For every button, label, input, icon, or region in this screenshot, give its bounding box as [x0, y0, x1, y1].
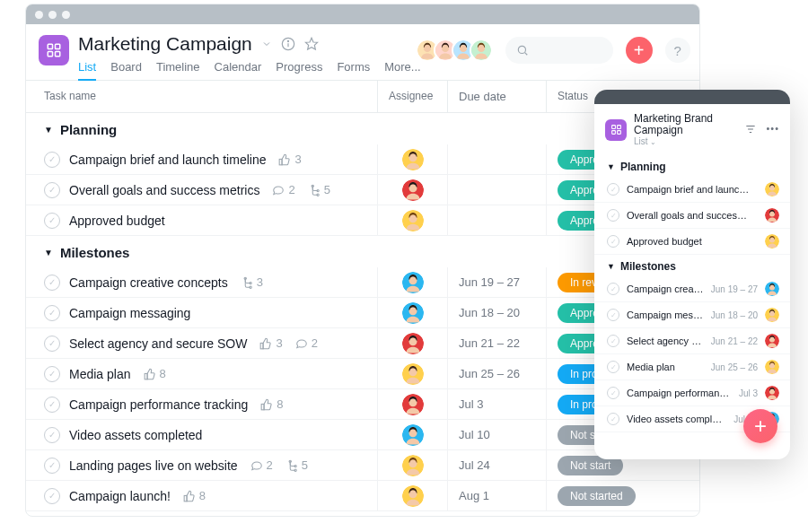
assignee-avatar[interactable] — [402, 424, 424, 446]
window-dot-close[interactable] — [35, 11, 43, 19]
complete-check-icon[interactable] — [44, 275, 60, 291]
complete-check-icon[interactable] — [44, 305, 60, 321]
mobile-task-row[interactable]: Campaign brief and launch timeline — [594, 177, 790, 203]
col-due-date[interactable]: Due date — [448, 81, 547, 112]
chevron-down-icon[interactable] — [261, 39, 272, 49]
tab-calendar[interactable]: Calendar — [215, 60, 262, 80]
due-date[interactable]: Jun 25 – 26 — [448, 359, 547, 388]
search-input[interactable] — [505, 37, 613, 64]
task-row[interactable]: Campaign launch! 8 Aug 1 Not started — [26, 481, 699, 511]
star-icon[interactable] — [304, 37, 319, 51]
like-count[interactable]: 8 — [260, 397, 283, 411]
info-icon[interactable] — [281, 37, 295, 51]
tab-forms[interactable]: Forms — [337, 60, 370, 80]
tab-timeline[interactable]: Timeline — [156, 60, 200, 80]
complete-check-icon[interactable] — [607, 309, 619, 321]
assignee-avatar[interactable] — [402, 149, 424, 170]
mobile-task-row[interactable]: Campaign performance tracking Jul 3 — [594, 380, 790, 406]
complete-check-icon[interactable] — [44, 397, 60, 413]
subtask-count[interactable]: 5 — [285, 458, 308, 472]
window-dot-max[interactable] — [62, 11, 70, 19]
subtask-count[interactable]: 3 — [241, 275, 263, 289]
tab-list[interactable]: List — [78, 60, 96, 81]
complete-check-icon[interactable] — [607, 413, 619, 425]
like-count[interactable]: 8 — [144, 367, 166, 380]
project-title[interactable]: Marketing Campaign — [78, 33, 252, 55]
mobile-task-row[interactable]: Campaign messaging Jun 18 – 20 — [594, 302, 790, 328]
task-name: Campaign performance tracking — [69, 397, 248, 412]
caret-down-icon: ▼ — [44, 125, 53, 135]
mobile-add-button[interactable]: + — [743, 409, 777, 443]
due-date[interactable]: Jun 19 – 27 — [448, 267, 547, 297]
due-date[interactable]: Aug 1 — [448, 481, 547, 510]
assignee-avatar[interactable] — [402, 363, 424, 385]
assignee-avatar[interactable] — [402, 333, 424, 354]
svg-rect-40 — [145, 373, 147, 379]
complete-check-icon[interactable] — [44, 427, 60, 443]
col-task-name[interactable]: Task name — [26, 81, 378, 112]
due-date[interactable]: Jun 21 – 22 — [448, 328, 547, 358]
assignee-avatar[interactable] — [402, 394, 424, 415]
mobile-section-header[interactable]: ▼Planning — [594, 155, 790, 177]
due-date[interactable]: Jul 24 — [448, 450, 547, 480]
complete-check-icon[interactable] — [44, 152, 60, 168]
complete-check-icon[interactable] — [607, 209, 619, 222]
assignee-avatar[interactable] — [402, 455, 424, 476]
filter-icon[interactable] — [744, 123, 757, 137]
window-dot-min[interactable] — [48, 11, 57, 19]
subtask-count[interactable]: 5 — [308, 183, 330, 196]
due-date[interactable] — [448, 205, 547, 235]
tab-more[interactable]: More... — [384, 60, 420, 80]
tab-board[interactable]: Board — [110, 60, 142, 80]
assignee-avatar[interactable] — [402, 302, 424, 324]
complete-check-icon[interactable] — [607, 283, 619, 295]
member-facepile[interactable] — [421, 39, 493, 62]
task-name: Overall goals and success metrics — [627, 210, 751, 221]
complete-check-icon[interactable] — [44, 336, 60, 352]
complete-check-icon[interactable] — [44, 366, 60, 382]
task-name: Landing pages live on website — [69, 458, 238, 473]
mobile-task-row[interactable]: Approved budget — [594, 229, 790, 255]
comment-count[interactable]: 2 — [295, 336, 318, 350]
complete-check-icon[interactable] — [607, 235, 619, 248]
complete-check-icon[interactable] — [44, 488, 60, 504]
comment-count[interactable]: 2 — [272, 183, 294, 196]
mobile-task-list: ▼Planning Campaign brief and launch time… — [594, 155, 790, 432]
complete-check-icon[interactable] — [44, 458, 60, 474]
complete-check-icon[interactable] — [44, 182, 60, 198]
complete-check-icon[interactable] — [607, 361, 619, 373]
task-name: Campaign creative concepts — [627, 283, 704, 294]
mobile-task-row[interactable]: Select agency and secure SOW Jun 21 – 22 — [594, 328, 790, 354]
help-button[interactable]: ? — [665, 38, 690, 63]
complete-check-icon[interactable] — [607, 183, 619, 196]
assignee-avatar[interactable] — [402, 179, 424, 201]
svg-marker-7 — [305, 38, 317, 49]
comment-count[interactable]: 2 — [250, 458, 273, 472]
mobile-task-row[interactable]: Campaign creative concepts Jun 19 – 27 — [594, 276, 790, 302]
complete-check-icon[interactable] — [607, 387, 619, 399]
assignee-avatar[interactable] — [402, 485, 424, 507]
global-add-button[interactable]: + — [626, 37, 653, 64]
due-date[interactable]: Jul 3 — [448, 389, 547, 419]
assignee-avatar[interactable] — [402, 210, 424, 231]
assignee-avatar[interactable] — [402, 272, 424, 293]
like-count[interactable]: 8 — [183, 489, 206, 502]
due-date[interactable]: Jun 18 – 20 — [448, 298, 547, 327]
status-pill[interactable]: Not started — [558, 486, 636, 506]
complete-check-icon[interactable] — [44, 213, 60, 229]
more-icon[interactable]: ••• — [766, 123, 779, 137]
svg-rect-53 — [184, 495, 187, 501]
mobile-task-row[interactable]: Media plan Jun 25 – 26 — [594, 354, 790, 380]
like-count[interactable]: 3 — [278, 153, 301, 166]
complete-check-icon[interactable] — [607, 335, 619, 347]
due-date[interactable] — [448, 175, 547, 205]
tab-progress[interactable]: Progress — [276, 60, 322, 80]
member-avatar[interactable] — [470, 39, 493, 62]
like-count[interactable]: 3 — [259, 336, 282, 350]
due-date: Jun 18 – 20 — [711, 310, 758, 320]
col-assignee[interactable]: Assignee — [378, 81, 448, 112]
due-date[interactable] — [448, 144, 547, 174]
mobile-task-row[interactable]: Overall goals and success metrics — [594, 203, 790, 229]
due-date[interactable]: Jul 10 — [448, 420, 547, 449]
mobile-section-header[interactable]: ▼Milestones — [594, 255, 790, 276]
